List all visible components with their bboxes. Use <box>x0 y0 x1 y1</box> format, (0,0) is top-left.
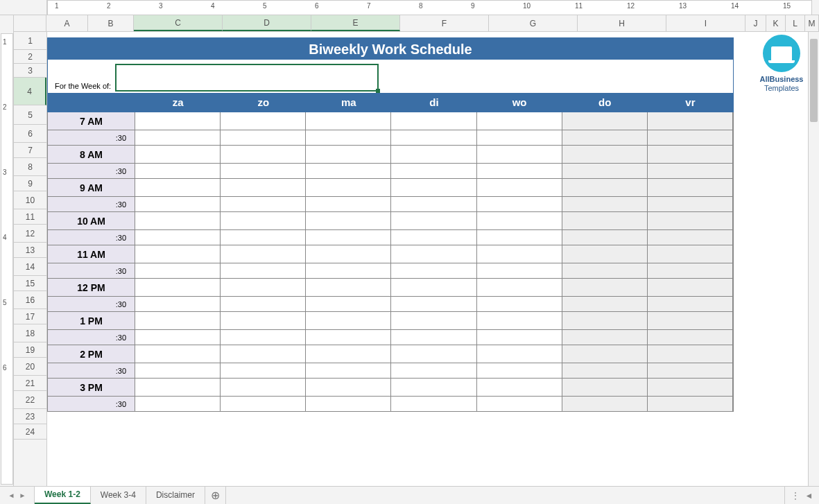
schedule-cell[interactable] <box>477 164 562 179</box>
schedule-cell[interactable] <box>648 230 733 245</box>
schedule-cell[interactable] <box>306 345 391 363</box>
tab-next-icon[interactable]: ► <box>19 492 26 499</box>
vertical-ruler[interactable]: 123456 <box>0 32 14 486</box>
schedule-cell[interactable] <box>391 179 476 197</box>
schedule-cell[interactable] <box>135 345 221 363</box>
schedule-cell[interactable] <box>562 245 648 263</box>
schedule-cell[interactable] <box>477 379 562 397</box>
column-header-C[interactable]: C <box>134 15 223 31</box>
schedule-cell[interactable] <box>562 345 648 363</box>
row-header-23[interactable]: 23 <box>14 409 46 424</box>
column-header-L[interactable]: L <box>786 15 805 31</box>
schedule-cell[interactable] <box>391 330 476 345</box>
schedule-cell[interactable] <box>648 379 733 397</box>
column-header-B[interactable]: B <box>88 15 134 31</box>
sheet-tab-week-3-4[interactable]: Week 3-4 <box>91 487 146 504</box>
schedule-cell[interactable] <box>306 230 391 245</box>
schedule-cell[interactable] <box>135 230 221 245</box>
schedule-cell[interactable] <box>221 112 306 130</box>
row-header-9[interactable]: 9 <box>14 176 46 191</box>
row-header-15[interactable]: 15 <box>14 276 46 291</box>
schedule-cell[interactable] <box>306 297 391 312</box>
row-header-13[interactable]: 13 <box>14 243 46 258</box>
schedule-cell[interactable] <box>477 197 562 212</box>
schedule-cell[interactable] <box>391 197 476 212</box>
column-header-I[interactable]: I <box>666 15 745 31</box>
schedule-cell[interactable] <box>391 379 476 397</box>
schedule-cell[interactable] <box>306 112 391 130</box>
schedule-cell[interactable] <box>135 312 221 330</box>
schedule-cell[interactable] <box>135 379 221 397</box>
schedule-cell[interactable] <box>562 197 648 212</box>
schedule-cell[interactable] <box>562 179 648 197</box>
schedule-cell[interactable] <box>477 363 562 379</box>
sheet-tab-disclaimer[interactable]: Disclaimer <box>146 487 205 504</box>
schedule-cell[interactable] <box>391 112 476 130</box>
schedule-cell[interactable] <box>306 263 391 279</box>
schedule-cell[interactable] <box>477 245 562 263</box>
schedule-cell[interactable] <box>648 146 733 164</box>
sheet-tab-week-1-2[interactable]: Week 1-2 <box>35 487 91 504</box>
schedule-cell[interactable] <box>562 297 648 312</box>
schedule-cell[interactable] <box>306 197 391 212</box>
schedule-cell[interactable] <box>648 397 733 412</box>
row-header-21[interactable]: 21 <box>14 376 46 391</box>
schedule-cell[interactable] <box>306 179 391 197</box>
schedule-cell[interactable] <box>562 363 648 379</box>
schedule-cell[interactable] <box>221 164 306 179</box>
row-header-12[interactable]: 12 <box>14 225 46 243</box>
schedule-cell[interactable] <box>221 345 306 363</box>
row-header-18[interactable]: 18 <box>14 324 46 342</box>
schedule-cell[interactable] <box>562 146 648 164</box>
column-header-G[interactable]: G <box>489 15 578 31</box>
schedule-cell[interactable] <box>562 263 648 279</box>
schedule-cell[interactable] <box>306 379 391 397</box>
schedule-cell[interactable] <box>306 164 391 179</box>
row-header-2[interactable]: 2 <box>14 50 46 64</box>
schedule-cell[interactable] <box>306 245 391 263</box>
schedule-cell[interactable] <box>135 212 221 230</box>
column-header-F[interactable]: F <box>400 15 489 31</box>
schedule-cell[interactable] <box>306 363 391 379</box>
schedule-cell[interactable] <box>648 197 733 212</box>
schedule-cell[interactable] <box>306 212 391 230</box>
row-header-14[interactable]: 14 <box>14 258 46 276</box>
schedule-cell[interactable] <box>221 263 306 279</box>
schedule-cell[interactable] <box>477 279 562 297</box>
row-header-22[interactable]: 22 <box>14 391 46 409</box>
schedule-cell[interactable] <box>306 130 391 146</box>
schedule-cell[interactable] <box>221 197 306 212</box>
schedule-cell[interactable] <box>477 263 562 279</box>
add-sheet-button[interactable]: ⊕ <box>205 487 226 504</box>
schedule-cell[interactable] <box>562 397 648 412</box>
schedule-cell[interactable] <box>648 130 733 146</box>
schedule-cell[interactable] <box>306 146 391 164</box>
row-header-7[interactable]: 7 <box>14 143 46 158</box>
schedule-cell[interactable] <box>135 330 221 345</box>
tab-menu-icon[interactable]: ⋮ <box>791 491 800 501</box>
schedule-cell[interactable] <box>477 345 562 363</box>
schedule-cell[interactable] <box>306 312 391 330</box>
row-header-19[interactable]: 19 <box>14 342 46 358</box>
column-header-D[interactable]: D <box>223 15 311 31</box>
tab-right-controls[interactable]: ⋮ ◄ <box>784 487 819 504</box>
schedule-cell[interactable] <box>477 330 562 345</box>
schedule-cell[interactable] <box>648 330 733 345</box>
row-header-5[interactable]: 5 <box>14 105 46 125</box>
schedule-cell[interactable] <box>135 245 221 263</box>
schedule-cell[interactable] <box>477 146 562 164</box>
row-header-16[interactable]: 16 <box>14 291 46 309</box>
schedule-cell[interactable] <box>562 330 648 345</box>
schedule-cell[interactable] <box>477 397 562 412</box>
tab-prev-icon[interactable]: ◄ <box>8 492 15 499</box>
schedule-cell[interactable] <box>648 263 733 279</box>
column-header-H[interactable]: H <box>578 15 666 31</box>
schedule-cell[interactable] <box>562 164 648 179</box>
schedule-cell[interactable] <box>306 397 391 412</box>
vertical-scrollbar[interactable] <box>808 32 819 486</box>
schedule-cell[interactable] <box>477 212 562 230</box>
schedule-cell[interactable] <box>221 363 306 379</box>
schedule-cell[interactable] <box>477 297 562 312</box>
schedule-cell[interactable] <box>135 363 221 379</box>
schedule-cell[interactable] <box>221 146 306 164</box>
